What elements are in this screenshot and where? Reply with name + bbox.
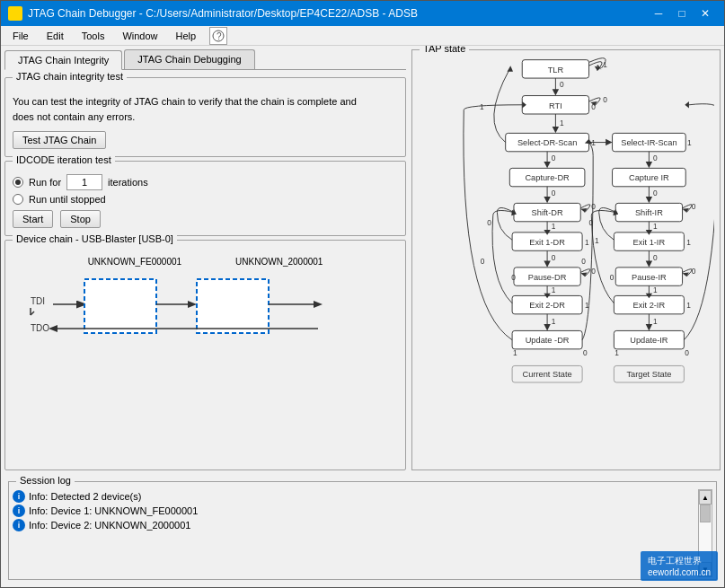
- close-button[interactable]: ✕: [694, 1, 717, 26]
- svg-text:0: 0: [481, 257, 485, 266]
- svg-text:Shift-DR: Shift-DR: [532, 208, 563, 217]
- maximize-button[interactable]: □: [670, 1, 694, 26]
- log-item: i Info: Detected 2 device(s): [13, 489, 694, 504]
- menu-help[interactable]: Help: [168, 28, 205, 44]
- menu-window[interactable]: Window: [114, 28, 165, 44]
- svg-text:1: 1: [560, 118, 564, 127]
- session-log-title: Session log: [16, 475, 75, 486]
- content-area: JTAG Chain Integrity JTAG Chain Debuggin…: [1, 46, 724, 587]
- svg-text:0: 0: [610, 273, 614, 282]
- iterations-input[interactable]: [66, 174, 102, 190]
- svg-text:0: 0: [581, 257, 586, 266]
- test-jtag-chain-button[interactable]: Test JTAG Chain: [13, 131, 106, 149]
- minimize-button[interactable]: ─: [647, 1, 670, 26]
- svg-text:0: 0: [685, 348, 689, 357]
- svg-rect-10: [84, 279, 156, 333]
- svg-text:0: 0: [653, 189, 658, 197]
- svg-marker-88: [646, 197, 652, 203]
- svg-text:0: 0: [552, 154, 556, 162]
- svg-marker-15: [314, 301, 323, 308]
- log-icon-3: i: [13, 519, 25, 531]
- svg-marker-48: [544, 197, 550, 203]
- device-chain-title: Device chain - USB-Blaster [USB-0]: [13, 233, 177, 244]
- title-bar: JTAG Chain Debugger - C:/Users/Administr…: [1, 1, 724, 26]
- tab-jtag-chain-integrity[interactable]: JTAG Chain Integrity: [4, 50, 122, 70]
- title-bar-left: JTAG Chain Debugger - C:/Users/Administr…: [8, 6, 418, 21]
- run-until-label: Run until stopped: [29, 194, 106, 205]
- svg-text:Shift-IR: Shift-IR: [635, 208, 663, 217]
- idcode-group-title: IDCODE iteration test: [13, 154, 115, 165]
- menu-edit[interactable]: Edit: [39, 28, 72, 44]
- run-until-row: Run until stopped: [13, 194, 398, 205]
- svg-text:0: 0: [591, 102, 596, 111]
- svg-text:1: 1: [686, 301, 691, 310]
- svg-text:0: 0: [591, 202, 596, 211]
- session-log-panel: Session log i Info: Detected 2 device(s)…: [8, 481, 717, 580]
- svg-text:1: 1: [552, 222, 556, 231]
- svg-text:Select-DR-Scan: Select-DR-Scan: [517, 138, 577, 147]
- svg-rect-13: [197, 279, 269, 333]
- svg-text:Update -DR: Update -DR: [526, 336, 570, 345]
- svg-text:1: 1: [653, 285, 658, 294]
- run-for-label: Run for: [29, 177, 61, 188]
- svg-marker-61: [544, 260, 550, 267]
- start-button[interactable]: Start: [13, 210, 53, 228]
- run-until-radio[interactable]: [13, 194, 23, 205]
- app-icon: [8, 6, 22, 21]
- svg-text:TLR: TLR: [548, 66, 564, 75]
- menu-tools[interactable]: Tools: [74, 28, 113, 44]
- log-message-2: Info: Device 1: UNKNOWN_FE000001: [29, 505, 198, 516]
- run-for-radio[interactable]: [13, 177, 23, 188]
- integrity-group-title: JTAG chain integrity test: [13, 71, 127, 82]
- chain-diagram: TDI: [22, 270, 372, 347]
- watermark: 电子工程世界eeworld.com.cn: [641, 551, 718, 581]
- svg-marker-101: [646, 260, 652, 267]
- svg-marker-18: [49, 325, 57, 332]
- device2-label: UNKNOWN_2000001: [235, 257, 323, 267]
- svg-text:Exit 1-DR: Exit 1-DR: [529, 238, 565, 247]
- svg-marker-83: [646, 162, 652, 168]
- svg-marker-38: [606, 139, 612, 145]
- stop-button[interactable]: Stop: [60, 210, 101, 228]
- svg-marker-32: [553, 127, 559, 133]
- svg-text:Update-IR: Update-IR: [630, 336, 668, 345]
- tab-bar: JTAG Chain Integrity JTAG Chain Debuggin…: [4, 49, 406, 70]
- svg-text:1: 1: [614, 348, 619, 357]
- scrollbar-up-button[interactable]: ▲: [699, 490, 712, 505]
- log-item: i Info: Device 2: UNKNOWN_2000001: [13, 518, 694, 532]
- svg-marker-43: [544, 162, 550, 168]
- tap-state-title: TAP state: [420, 46, 469, 54]
- log-message-3: Info: Device 2: UNKNOWN_2000001: [29, 520, 190, 531]
- scrollbar-thumb[interactable]: [700, 505, 711, 522]
- svg-text:1: 1: [653, 222, 658, 231]
- menu-file[interactable]: File: [4, 28, 37, 44]
- svg-text:0: 0: [511, 273, 516, 282]
- app-title: JTAG Chain Debugger - C:/Users/Administr…: [28, 7, 418, 20]
- svg-marker-115: [646, 324, 652, 330]
- svg-text:1: 1: [595, 236, 599, 245]
- svg-text:0: 0: [653, 154, 658, 162]
- device1-label: UNKNOWN_FE000001: [88, 257, 181, 267]
- integrity-test-group: JTAG chain integrity test You can test t…: [4, 77, 406, 157]
- tap-state-diagram: TLR 1 0 RTI: [418, 56, 714, 464]
- svg-text:1: 1: [585, 238, 589, 247]
- session-log-section: Session log i Info: Detected 2 device(s)…: [1, 474, 724, 587]
- tap-state-group: TAP state TLR 1 0: [411, 49, 721, 470]
- help-icon[interactable]: ?: [209, 27, 227, 45]
- svg-text:RTI: RTI: [549, 101, 562, 110]
- svg-text:Target State: Target State: [626, 370, 671, 379]
- svg-text:0: 0: [552, 189, 556, 197]
- svg-text:1: 1: [480, 102, 484, 111]
- svg-text:Exit 1-IR: Exit 1-IR: [633, 238, 666, 247]
- svg-text:1: 1: [591, 138, 596, 147]
- svg-marker-24: [553, 89, 559, 95]
- tab-jtag-chain-debugging[interactable]: JTAG Chain Debugging: [124, 49, 254, 69]
- svg-text:0: 0: [591, 267, 596, 276]
- svg-marker-123: [508, 66, 514, 71]
- svg-text:Pause-DR: Pause-DR: [528, 273, 567, 282]
- svg-text:1: 1: [687, 138, 692, 147]
- right-section: TAP state TLR 1 0: [410, 46, 724, 474]
- svg-text:Select-IR-Scan: Select-IR-Scan: [621, 138, 676, 147]
- main-area: JTAG Chain Integrity JTAG Chain Debuggin…: [1, 46, 724, 474]
- svg-text:TDI: TDI: [31, 296, 45, 306]
